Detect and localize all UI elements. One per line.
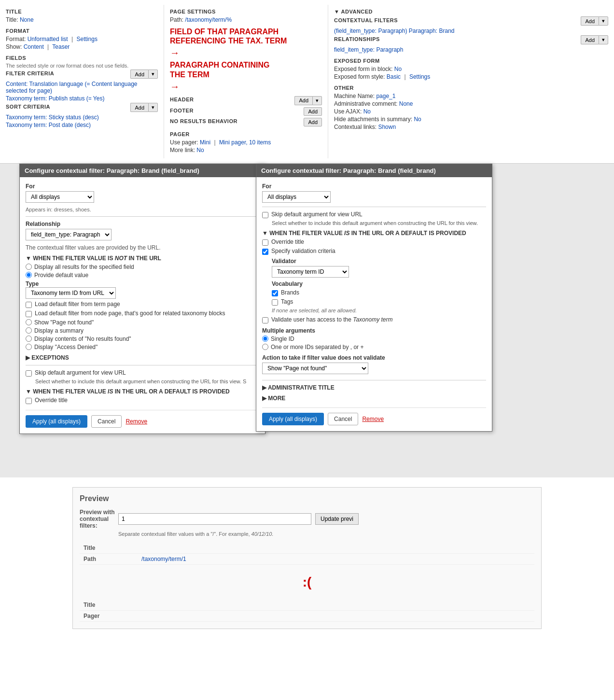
radio-page-not-found[interactable] bbox=[26, 319, 32, 325]
filter-add-group: Add ▾ bbox=[130, 70, 158, 79]
show-teaser-link[interactable]: Teaser bbox=[52, 43, 70, 50]
sort-label: SORT CRITERIA bbox=[6, 104, 50, 110]
preview-row-title-1-val bbox=[138, 543, 534, 554]
exposed-block-link[interactable]: No bbox=[394, 66, 402, 72]
radio-summary-row: Display a summary bbox=[26, 327, 259, 334]
pager-mini10-link[interactable]: Mini pager, 10 items bbox=[219, 139, 271, 146]
filter-add-dropdown[interactable]: ▾ bbox=[148, 70, 158, 79]
skip-checkbox-right[interactable] bbox=[262, 212, 268, 218]
radio-provide-default[interactable] bbox=[26, 272, 32, 278]
appears-in-left: Appears in: dresses, shoes. bbox=[26, 207, 259, 212]
filter-add-button[interactable]: Add bbox=[130, 70, 148, 79]
specify-validation-row: Specify validation criteria bbox=[262, 248, 486, 255]
for-select-left[interactable]: All displays This page (override) bbox=[26, 191, 94, 203]
action-select[interactable]: Show "Page not found" Show all results D… bbox=[262, 363, 368, 374]
format-link[interactable]: Unformatted list bbox=[28, 36, 68, 42]
show-content-link[interactable]: Content bbox=[24, 43, 44, 50]
radio-contents[interactable] bbox=[26, 336, 32, 342]
for-select-right[interactable]: All displays This page (override) bbox=[262, 191, 331, 203]
radio-multiple-label: One or more IDs separated by , or + bbox=[271, 344, 363, 350]
exposed-basic-link[interactable]: Basic bbox=[387, 73, 401, 80]
sort-item-2[interactable]: Taxonomy term: Post date (desc) bbox=[6, 122, 158, 128]
relationships-add-dropdown[interactable]: ▾ bbox=[599, 35, 608, 44]
pager-mini-link[interactable]: Mini bbox=[200, 139, 210, 146]
skip-row-left: Skip default argument for view URL Selec… bbox=[26, 369, 259, 384]
relationships-link[interactable]: field_item_type: Paragraph bbox=[334, 46, 608, 53]
radio-summary[interactable] bbox=[26, 327, 32, 334]
remove-button-right[interactable]: Remove bbox=[362, 416, 384, 422]
header-add-dropdown[interactable]: ▾ bbox=[312, 96, 322, 105]
table-row: Pager bbox=[80, 610, 534, 621]
sort-add-button[interactable]: Add bbox=[130, 103, 148, 112]
ajax-val-link[interactable]: No bbox=[363, 108, 371, 115]
validator-select[interactable]: Taxonomy term ID None Numeric bbox=[272, 266, 349, 278]
path-link[interactable]: /taxonomy/term/% bbox=[185, 16, 232, 23]
type-select[interactable]: Taxonomy term ID from URL Fixed value PH… bbox=[26, 287, 116, 299]
hide-val-link[interactable]: No bbox=[414, 116, 421, 123]
override-title-checkbox-left[interactable] bbox=[26, 398, 32, 404]
no-results-add-button[interactable]: Add bbox=[304, 118, 322, 126]
cancel-button-left[interactable]: Cancel bbox=[91, 415, 122, 428]
annotation-text-1: FIELD OF THAT PARAGRAPH bbox=[170, 27, 322, 36]
filter-item-2[interactable]: Taxonomy term: Publish status (= Yes) bbox=[6, 95, 158, 102]
settings-link[interactable]: Settings bbox=[77, 36, 98, 42]
header-add-button[interactable]: Add bbox=[294, 96, 312, 105]
relationships-add-button[interactable]: Add bbox=[581, 35, 599, 44]
override-title-row-left: Override title bbox=[26, 397, 259, 404]
path-value: Path: /taxonomy/term/% bbox=[170, 16, 322, 23]
title-link[interactable]: None bbox=[20, 16, 34, 23]
load-node-checkbox[interactable] bbox=[26, 311, 32, 317]
cancel-button-right[interactable]: Cancel bbox=[328, 413, 358, 425]
radio-access-denied[interactable] bbox=[26, 344, 32, 350]
admin-title-header[interactable]: ADMINISTRATIVE TITLE bbox=[262, 384, 486, 391]
vocab-tags-checkbox[interactable] bbox=[272, 299, 278, 306]
radio-contents-label: Display contents of "No results found" bbox=[34, 336, 131, 342]
apply-button-right[interactable]: Apply (all displays) bbox=[262, 413, 324, 425]
apply-button-left[interactable]: Apply (all displays) bbox=[26, 415, 87, 428]
action-btns-left: Apply (all displays) Cancel Remove bbox=[26, 410, 259, 428]
exposed-settings-link[interactable]: Settings bbox=[409, 73, 430, 80]
relationship-select[interactable]: field_item_type: Paragraph None bbox=[26, 229, 112, 240]
more-link-val[interactable]: No bbox=[196, 147, 204, 154]
specify-validation-checkbox[interactable] bbox=[262, 249, 268, 255]
load-term-checkbox[interactable] bbox=[26, 302, 32, 308]
annotation-text-3: PARAGRAPH CONATINING bbox=[170, 60, 322, 70]
preview-title: Preview bbox=[80, 494, 534, 503]
vocab-brands-checkbox[interactable] bbox=[272, 290, 278, 296]
radio-display-all[interactable] bbox=[26, 264, 32, 270]
preview-row-pager-label: Pager bbox=[80, 610, 138, 621]
override-title-checkbox-right[interactable] bbox=[262, 239, 268, 246]
skip-checkbox-left[interactable] bbox=[26, 370, 32, 377]
contextual-add-dropdown[interactable]: ▾ bbox=[599, 16, 608, 26]
filter-item-1[interactable]: Content: Translation language (= Content… bbox=[6, 81, 158, 94]
when-not-header[interactable]: WHEN THE FILTER VALUE IS NOT IN THE URL bbox=[26, 255, 259, 262]
skip-row-right: Skip default argument for view URL Selec… bbox=[262, 211, 486, 226]
skip-label-right: Skip default argument for view URL bbox=[271, 211, 363, 218]
radio-single[interactable] bbox=[262, 336, 268, 342]
machine-name-value: Machine Name: page_1 bbox=[334, 93, 608, 99]
update-preview-button[interactable]: Update previ bbox=[315, 513, 359, 525]
radio-multiple[interactable] bbox=[262, 344, 268, 350]
sort-item-1[interactable]: Taxonomy term: Sticky status (desc) bbox=[6, 114, 158, 121]
annotation-text-4: THE TERM bbox=[170, 70, 322, 79]
action-btns-right: Apply (all displays) Cancel Remove bbox=[262, 407, 486, 425]
admin-val-link[interactable]: None bbox=[399, 100, 413, 107]
validate-user-checkbox[interactable] bbox=[262, 317, 268, 323]
remove-button-left[interactable]: Remove bbox=[126, 418, 147, 425]
skip-label-left: Skip default argument for view URL bbox=[35, 369, 126, 376]
contextual-link[interactable]: (field_item_type: Paragraph) Paragraph: … bbox=[334, 28, 608, 34]
advanced-label: ▼ ADVANCED bbox=[334, 9, 608, 14]
contextual-links-val-link[interactable]: Shown bbox=[378, 124, 396, 130]
contextual-add-button[interactable]: Add bbox=[581, 16, 599, 26]
radio-provide-default-label: Provide default value bbox=[34, 272, 88, 279]
contextual-filters-input[interactable] bbox=[118, 513, 311, 525]
sort-add-dropdown[interactable]: ▾ bbox=[148, 103, 158, 112]
footer-add-button[interactable]: Add bbox=[304, 107, 322, 116]
more-header[interactable]: MORE bbox=[262, 395, 486, 402]
dialog-right: Configure contextual filter: Paragraph: … bbox=[256, 164, 492, 432]
exceptions-header[interactable]: EXCEPTIONS bbox=[26, 354, 259, 361]
load-node-row: Load default filter from node page, that… bbox=[26, 310, 259, 317]
machine-val-link[interactable]: page_1 bbox=[376, 93, 395, 99]
format-section-label: FORMAT bbox=[6, 28, 158, 34]
table-row: Title bbox=[80, 600, 534, 611]
